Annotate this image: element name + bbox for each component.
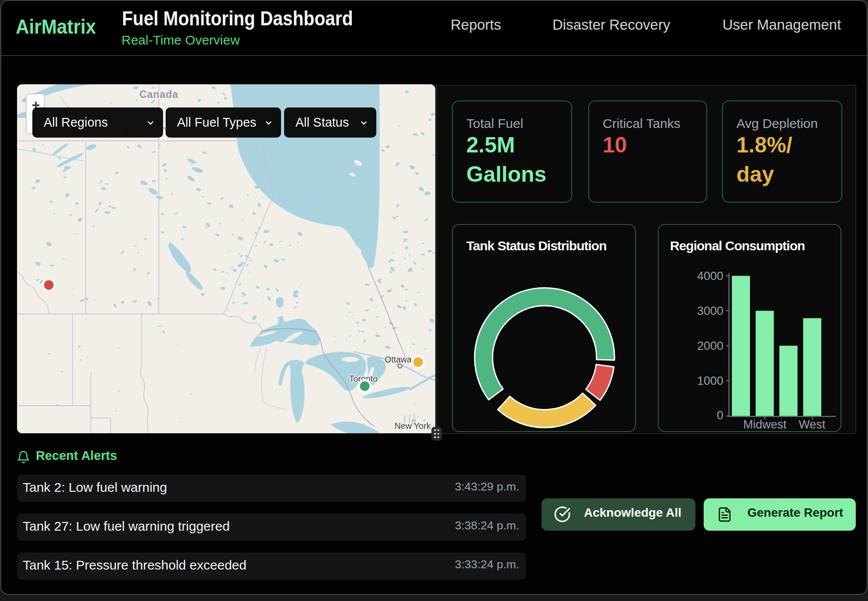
svg-text:2000: 2000: [697, 339, 723, 352]
svg-text:Midwest: Midwest: [743, 418, 787, 431]
svg-text:Canada: Canada: [139, 89, 178, 100]
svg-text:West: West: [799, 418, 826, 431]
svg-text:3000: 3000: [697, 304, 723, 318]
svg-text:New York: New York: [395, 421, 431, 431]
svg-text:0: 0: [717, 409, 723, 422]
svg-text:1000: 1000: [697, 374, 723, 387]
svg-text:4000: 4000: [697, 269, 723, 283]
svg-text:Ottawa: Ottawa: [385, 355, 412, 364]
